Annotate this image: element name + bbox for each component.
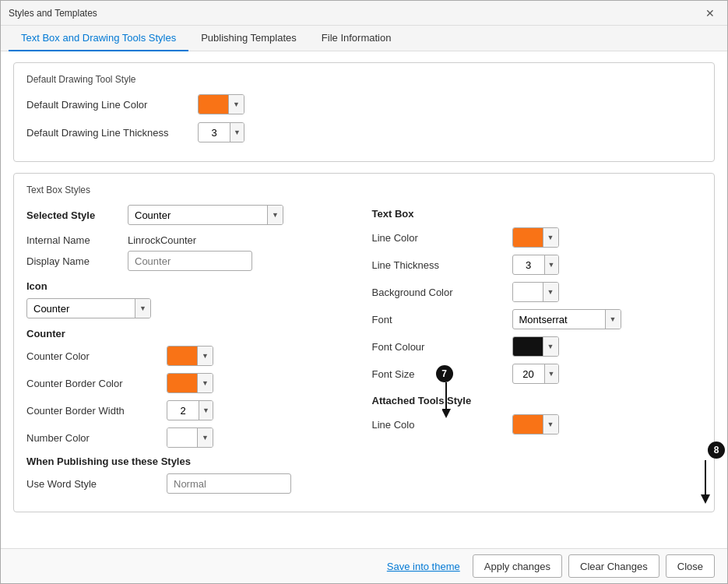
line-color-arrow[interactable]: ▼ — [228, 95, 244, 114]
internal-name-value: LinrockCounter — [128, 234, 196, 246]
tb-line-thickness-arrow[interactable]: ▼ — [544, 255, 558, 274]
tb-bg-color-arrow[interactable]: ▼ — [543, 283, 558, 301]
tb-bg-color-label: Background Color — [372, 287, 512, 298]
drawing-tool-section: Default Drawing Tool Style Default Drawi… — [13, 62, 715, 162]
use-word-style-input[interactable] — [167, 473, 291, 494]
tab-publishing-templates[interactable]: Publishing Templates — [188, 26, 309, 51]
counter-color-row: Counter Color ▼ — [26, 346, 357, 366]
selected-style-label: Selected Style — [26, 209, 128, 221]
tb-line-color-picker[interactable]: ▼ — [512, 227, 559, 248]
tb-font-colour-picker[interactable]: ▼ — [512, 336, 559, 357]
counter-section-label: Counter — [26, 328, 357, 339]
display-name-label: Display Name — [26, 255, 128, 267]
internal-name-label: Internal Name — [26, 234, 128, 246]
main-content: Default Drawing Tool Style Default Drawi… — [1, 51, 727, 548]
line-color-swatch — [199, 95, 228, 114]
tb-font-select[interactable]: Montserrat ▼ — [512, 309, 621, 329]
tb-bg-color-picker[interactable]: ▼ — [512, 282, 559, 302]
counter-border-width-value: 2 — [167, 405, 199, 417]
annotation-8: 8 — [708, 442, 725, 459]
tb-font-colour-swatch — [513, 337, 543, 356]
close-button[interactable]: Close — [666, 554, 715, 578]
counter-border-width-picker[interactable]: 2 ▼ — [167, 400, 213, 420]
selected-style-row: Selected Style Counter ▼ — [26, 205, 357, 225]
icon-select[interactable]: Counter ▼ — [26, 298, 151, 318]
icon-section-label: Icon — [26, 280, 357, 292]
line-thickness-arrow[interactable]: ▼ — [230, 123, 244, 142]
line-thickness-value: 3 — [199, 127, 230, 139]
counter-border-color-picker[interactable]: ▼ — [167, 373, 213, 393]
attached-line-color-picker[interactable]: ▼ — [512, 414, 559, 434]
counter-color-arrow[interactable]: ▼ — [197, 347, 213, 365]
title-bar: Styles and Templates ✕ — [1, 1, 727, 26]
right-col-content: Text Box Line Color ▼ Line Thickness — [372, 208, 702, 434]
counter-color-picker[interactable]: ▼ — [167, 346, 213, 366]
when-publishing-label: When Publishing use these Styles — [26, 456, 357, 467]
text-box-styles-section: Text Box Styles Selected Style Counter ▼ — [13, 173, 715, 512]
text-box-styles-layout: Selected Style Counter ▼ Internal Name L… — [26, 205, 702, 501]
tb-font-size-value: 20 — [513, 368, 544, 380]
counter-color-label: Counter Color — [26, 350, 167, 362]
tb-font-colour-row: Font Colour ▼ — [372, 336, 702, 357]
apply-changes-button[interactable]: Apply changes — [473, 554, 562, 578]
counter-border-color-row: Counter Border Color ▼ — [26, 373, 357, 393]
clear-changes-button[interactable]: Clear Changes — [568, 554, 659, 578]
tb-font-size-picker[interactable]: 20 ▼ — [512, 364, 559, 384]
tb-line-color-arrow[interactable]: ▼ — [543, 228, 558, 247]
save-into-theme-button[interactable]: Save into theme — [381, 558, 466, 575]
tb-font-value: Montserrat — [513, 314, 605, 325]
dialog-title: Styles and Templates — [9, 8, 97, 19]
icon-arrow[interactable]: ▼ — [135, 299, 150, 318]
selected-style-select[interactable]: Counter ▼ — [128, 205, 283, 225]
tb-line-color-label: Line Color — [372, 232, 512, 244]
counter-border-color-swatch — [167, 374, 197, 392]
line-thickness-picker[interactable]: 3 ▼ — [198, 122, 244, 142]
counter-color-swatch — [167, 347, 197, 365]
line-color-row: Default Drawing Line Color ▼ — [26, 94, 702, 114]
tab-file-information[interactable]: File Information — [309, 26, 404, 51]
display-name-input[interactable] — [128, 251, 252, 271]
tb-line-thickness-label: Line Thickness — [372, 259, 512, 271]
annotation-7: 7 — [436, 365, 453, 382]
left-column: Selected Style Counter ▼ Internal Name L… — [26, 205, 357, 501]
number-color-picker[interactable]: ▼ — [167, 427, 213, 448]
selected-style-arrow[interactable]: ▼ — [267, 206, 283, 224]
counter-border-width-label: Counter Border Width — [26, 405, 167, 417]
counter-border-color-label: Counter Border Color — [26, 378, 167, 389]
tb-font-colour-label: Font Colour — [372, 341, 512, 353]
display-name-row: Display Name — [26, 251, 357, 271]
close-icon[interactable]: ✕ — [701, 5, 719, 21]
right-column: Text Box Line Color ▼ Line Thickness — [372, 205, 702, 501]
line-color-picker[interactable]: ▼ — [198, 94, 244, 114]
tb-font-size-row: Font Size 20 ▼ 7 — [372, 364, 702, 384]
tb-font-label: Font — [372, 314, 512, 325]
icon-value: Counter — [27, 303, 135, 315]
tb-bg-color-row: Background Color ▼ — [372, 282, 702, 302]
tb-line-color-row: Line Color ▼ — [372, 227, 702, 248]
number-color-label: Number Color — [26, 432, 167, 444]
counter-border-width-arrow[interactable]: ▼ — [199, 401, 213, 420]
use-word-style-row: Use Word Style — [26, 473, 357, 494]
counter-border-color-arrow[interactable]: ▼ — [197, 374, 213, 392]
tb-bg-color-swatch — [513, 283, 543, 301]
line-color-label: Default Drawing Line Color — [26, 99, 198, 111]
tb-font-arrow[interactable]: ▼ — [605, 310, 621, 329]
selected-style-value: Counter — [128, 209, 267, 221]
attached-line-color-row: Line Colo ▼ — [372, 414, 702, 434]
attached-line-color-label: Line Colo — [372, 419, 512, 431]
tb-line-color-swatch — [513, 228, 543, 247]
attached-tools-title: Attached Tools Style — [372, 395, 702, 406]
tb-line-thickness-picker[interactable]: 3 ▼ — [512, 255, 559, 275]
text-box-section-title: Text Box — [372, 208, 702, 220]
annotation-8-arrow — [694, 459, 717, 505]
footer: Save into theme Apply changes Clear Chan… — [1, 548, 727, 583]
tb-line-thickness-value: 3 — [513, 259, 544, 271]
line-thickness-row: Default Drawing Line Thickness 3 ▼ — [26, 122, 702, 142]
internal-name-row: Internal Name LinrockCounter — [26, 234, 357, 246]
tab-text-box-drawing[interactable]: Text Box and Drawing Tools Styles — [9, 26, 188, 51]
tb-font-colour-arrow[interactable]: ▼ — [543, 337, 558, 356]
number-color-arrow[interactable]: ▼ — [197, 428, 213, 447]
tb-line-thickness-row: Line Thickness 3 ▼ — [372, 255, 702, 275]
tb-font-size-arrow[interactable]: ▼ — [544, 364, 558, 383]
attached-line-color-arrow[interactable]: ▼ — [543, 415, 558, 434]
